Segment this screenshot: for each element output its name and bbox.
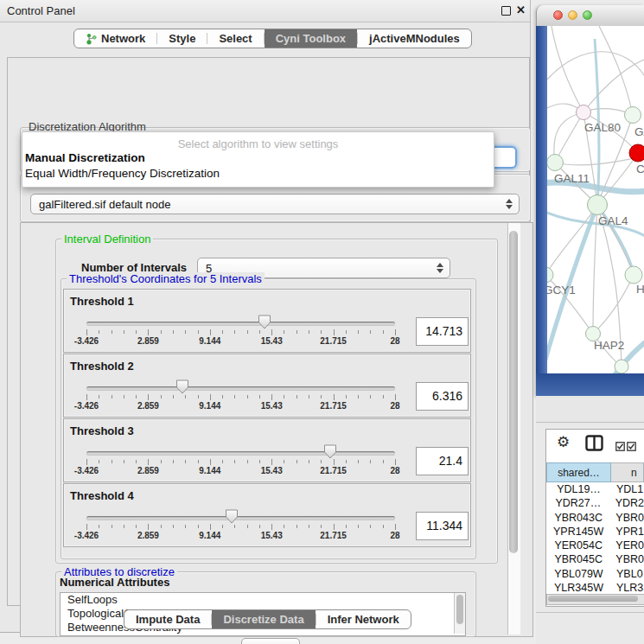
bottom-tab-discretize-data[interactable]: Discretize Data xyxy=(212,610,315,628)
slider-track[interactable] xyxy=(86,322,395,326)
network-canvas[interactable]: GAL80GACGAL11GAL4GCY1HHAP2 xyxy=(547,26,644,373)
network-edge[interactable] xyxy=(555,112,583,163)
slider-track[interactable] xyxy=(86,451,395,456)
slider-track[interactable] xyxy=(86,386,395,391)
table-row[interactable]: YBR043CYBR0 xyxy=(546,512,644,526)
attribute-item[interactable]: SelfLoops xyxy=(61,593,465,607)
network-node[interactable] xyxy=(615,360,628,373)
table-panel-bottom-edge xyxy=(536,612,644,613)
table-row[interactable]: YBR045CYBR0 xyxy=(546,553,644,567)
network-node[interactable] xyxy=(625,266,642,284)
network-edge[interactable] xyxy=(552,26,583,112)
table-rows[interactable]: YDL19…YDL1YDR27…YDR2YBR043CYBR0YPR145WYP… xyxy=(546,483,644,595)
table-row[interactable]: YLR345WYLR3 xyxy=(546,582,644,595)
cell-name: YDL1 xyxy=(611,483,643,497)
slider-tick xyxy=(346,460,347,463)
network-node[interactable] xyxy=(577,105,591,120)
table-row[interactable]: YER054CYER0 xyxy=(546,539,644,553)
threshold-value-field[interactable]: 21.4 xyxy=(416,447,469,475)
cell-name: YBL0 xyxy=(611,568,643,582)
gear-icon[interactable]: ⚙ xyxy=(557,433,570,451)
slider-tick xyxy=(395,459,396,465)
slider-tick xyxy=(173,525,174,528)
zoom-traffic-light-icon[interactable] xyxy=(583,10,592,20)
tab-select[interactable]: Select xyxy=(207,29,263,48)
slider-tick-label: 28 xyxy=(390,531,399,540)
slider-tick xyxy=(334,524,335,530)
slider-thumb[interactable] xyxy=(324,444,337,459)
slider-tick xyxy=(136,395,137,399)
tab-network[interactable]: Network xyxy=(74,29,156,48)
control-panel-window: Control Panel ✕ NetworkStyleSelectCyni T… xyxy=(0,0,531,633)
threshold-value-field[interactable]: 11.344 xyxy=(416,512,469,540)
checkbox-icon[interactable] xyxy=(615,439,625,455)
table-row[interactable]: YDR27…YDR2 xyxy=(546,497,644,511)
apply-button[interactable]: Apply xyxy=(241,638,300,644)
network-node[interactable] xyxy=(588,195,608,215)
network-edge[interactable] xyxy=(599,26,633,115)
threshold-value-field[interactable]: 14.713 xyxy=(416,317,469,346)
checkbox-icon[interactable] xyxy=(627,439,636,455)
slider-tick xyxy=(99,460,99,463)
table-row[interactable]: YPR145WYPR1 xyxy=(546,526,644,539)
table-panel-titlebar[interactable]: Table Panel xyxy=(536,396,644,423)
slider-tick xyxy=(124,525,124,528)
table-data-combobox[interactable]: galFiltered.sif default node xyxy=(30,194,520,214)
slider-tick xyxy=(136,460,137,463)
tab-jactivemnodules[interactable]: jActiveMNodules xyxy=(358,29,471,48)
attributes-scrollbar[interactable] xyxy=(454,593,465,634)
slider-tick xyxy=(161,330,162,334)
tab-cyni-toolbox[interactable]: Cyni Toolbox xyxy=(265,29,357,48)
slider-tick xyxy=(148,524,149,530)
tab-style[interactable]: Style xyxy=(157,29,207,48)
table-header-shared-name[interactable]: shared… xyxy=(546,462,611,482)
network-node[interactable] xyxy=(629,144,644,162)
popup-option-equal-width-frequency[interactable]: Equal Width/Frequency Discretization xyxy=(25,167,220,180)
minimize-traffic-light-icon[interactable] xyxy=(568,10,577,20)
slider-tick-label: 9.144 xyxy=(199,401,220,411)
bottom-tab-infer-network[interactable]: Infer Network xyxy=(316,610,411,628)
network-edge[interactable] xyxy=(583,59,644,112)
slider-tick xyxy=(99,395,99,399)
slider-thumb[interactable] xyxy=(225,509,238,524)
slider-tick xyxy=(247,330,248,334)
column-layout-icon[interactable] xyxy=(585,435,603,455)
popup-option-manual-discretization[interactable]: Manual Discretization xyxy=(25,151,145,164)
slider-tick xyxy=(222,460,223,463)
slider-track[interactable] xyxy=(86,516,395,520)
attributes-scrollbar-thumb[interactable] xyxy=(456,595,463,624)
horizontal-scrollbar-thumb[interactable] xyxy=(548,596,638,602)
slider-tick xyxy=(370,525,371,528)
table-row[interactable]: YDL19…YDL1 xyxy=(546,483,644,497)
tab-label: jActiveMNodules xyxy=(369,32,460,45)
threshold-value-field[interactable]: 6.316 xyxy=(416,382,469,411)
table-row[interactable]: YBL079WYBL0 xyxy=(546,568,644,582)
slider-tick xyxy=(136,525,137,528)
slider-tick xyxy=(334,394,335,400)
close-icon[interactable]: ✕ xyxy=(516,3,526,16)
network-node[interactable] xyxy=(547,155,564,171)
slider-tick xyxy=(86,524,87,530)
slider-tick xyxy=(86,459,87,465)
slider-tick-label: 21.715 xyxy=(320,466,347,475)
network-node[interactable] xyxy=(547,267,553,283)
close-traffic-light-icon[interactable] xyxy=(553,10,563,20)
control-panel-titlebar[interactable]: Control Panel ✕ xyxy=(0,0,530,22)
network-window-titlebar[interactable] xyxy=(536,5,644,27)
bottom-tab-impute-data[interactable]: Impute Data xyxy=(124,610,211,628)
slider-tick xyxy=(321,395,322,399)
threshold-panel-3: Threshold 3-3.4262.8599.14415.4321.71528… xyxy=(63,418,471,482)
vertical-scrollbar-thumb[interactable] xyxy=(509,231,518,553)
cell-name: YLR3 xyxy=(611,582,643,595)
slider-thumb[interactable] xyxy=(258,315,271,329)
float-window-icon[interactable] xyxy=(501,6,511,16)
slider-thumb[interactable] xyxy=(175,379,188,394)
slider-tick xyxy=(210,524,211,530)
slider-tick-label: 9.144 xyxy=(199,531,220,540)
slider-tick xyxy=(148,394,149,400)
slider-tick-label: 2.859 xyxy=(137,466,159,475)
cell-shared-name: YDL19… xyxy=(546,483,611,497)
network-node[interactable] xyxy=(625,107,641,124)
table-header-name[interactable]: n xyxy=(611,462,644,482)
network-edge[interactable] xyxy=(593,275,634,334)
